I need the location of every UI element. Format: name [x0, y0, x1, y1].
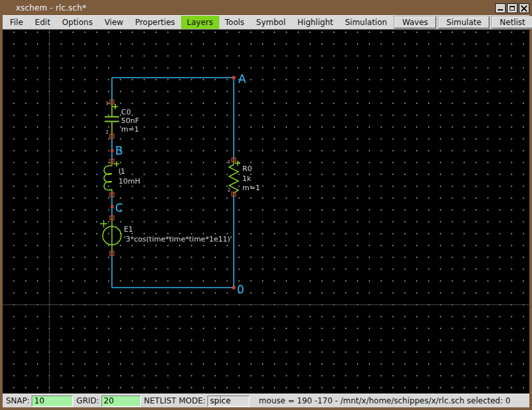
menu-items: File Edit Options View Properties Layers… — [3, 16, 393, 29]
component-value: 50nF — [121, 116, 139, 125]
schematic-canvas[interactable]: 1 2 C0 50nF m=1 l1 10mH — [3, 30, 529, 394]
close-button[interactable] — [519, 3, 529, 13]
component-ref: l1 — [119, 167, 125, 176]
snap-label: SNAP: — [6, 396, 30, 405]
grid-input[interactable] — [101, 396, 141, 407]
component-value: 10mH — [119, 177, 140, 186]
pin-number: 1 — [106, 101, 109, 106]
statusbar: SNAP: GRID: NETLIST MODE: mouse = 190 -1… — [3, 394, 529, 407]
node-label-0[interactable]: 0 — [237, 283, 244, 296]
node-label-b[interactable]: B — [115, 144, 123, 157]
minimize-icon — [498, 9, 503, 11]
menu-tools[interactable]: Tools — [219, 16, 251, 29]
pin-number: 2 — [106, 130, 109, 135]
minimize-button[interactable] — [495, 3, 506, 13]
origin-axes — [3, 30, 529, 394]
menu-view[interactable]: View — [99, 16, 129, 29]
inductor-l1[interactable]: l1 10mH — [104, 159, 140, 197]
snap-input[interactable] — [32, 396, 73, 407]
window-controls — [495, 3, 529, 13]
component-value: 1k — [242, 174, 252, 183]
simulate-button[interactable]: Simulate — [439, 16, 489, 28]
pin-number: 1 — [228, 159, 230, 165]
menubar: File Edit Options View Properties Layers… — [3, 15, 529, 30]
netlist-mode-input[interactable] — [207, 396, 250, 407]
menu-simulation[interactable]: Simulation — [339, 16, 393, 29]
node-label-c[interactable]: C — [115, 201, 123, 215]
mouse-info: mouse = 190 -170 - /mnt/x/home/schippes/… — [259, 396, 510, 405]
menu-properties[interactable]: Properties — [129, 16, 181, 29]
grid-label: GRID: — [76, 396, 99, 405]
titlebar[interactable]: xschem - rlc.sch* — [0, 0, 532, 15]
xschem-window: xschem - rlc.sch* File Edit Options View… — [0, 0, 532, 410]
component-ref: C0 — [121, 108, 131, 116]
waves-button[interactable]: Waves — [394, 16, 436, 28]
menu-edit[interactable]: Edit — [29, 16, 56, 29]
component-value: '3*cos(time*time*time*1e11)' — [124, 235, 232, 243]
menu-highlight[interactable]: Highlight — [292, 16, 339, 29]
menu-symbol[interactable]: Symbol — [250, 16, 292, 29]
component-ref: E1 — [124, 225, 133, 234]
netlist-button[interactable]: Netlist — [492, 16, 532, 28]
menu-options[interactable]: Options — [56, 16, 98, 29]
resistor-r0[interactable]: 1 2 R0 1k m=1 — [228, 158, 260, 196]
menu-file[interactable]: File — [4, 16, 29, 29]
node-label-a[interactable]: A — [238, 72, 246, 86]
capacitor-c0[interactable]: 1 2 C0 50nF m=1 — [105, 100, 139, 138]
component-mult: m=1 — [121, 125, 139, 134]
close-icon — [521, 5, 527, 12]
maximize-icon — [510, 6, 515, 11]
pin-number: 2 — [228, 188, 230, 193]
component-ref: R0 — [242, 165, 252, 173]
netlist-mode-label: NETLIST MODE: — [144, 396, 206, 405]
component-mult: m=1 — [242, 184, 260, 192]
maximize-button[interactable] — [507, 3, 518, 13]
schematic-drawing: 1 2 C0 50nF m=1 l1 10mH — [3, 30, 529, 394]
menu-layers[interactable]: Layers — [181, 16, 219, 29]
voltage-source-e1[interactable]: E1 '3*cos(time*time*time*1e11)' — [100, 216, 232, 255]
window-title: xschem - rlc.sch* — [16, 3, 86, 13]
